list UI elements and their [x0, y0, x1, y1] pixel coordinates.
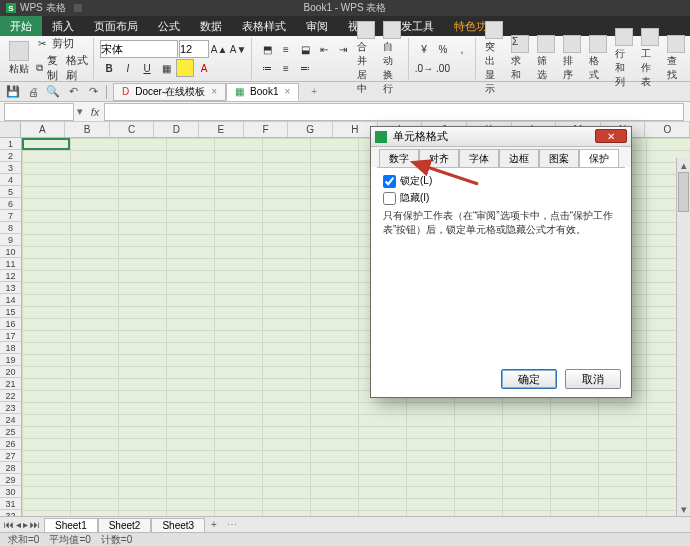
ribbon-tab-formulas[interactable]: 公式 — [148, 16, 190, 36]
row-header[interactable]: 32 — [0, 510, 22, 516]
scroll-thumb[interactable] — [678, 172, 689, 212]
qat-undo-button[interactable]: ↶ — [66, 85, 80, 99]
sheet-nav-prev[interactable]: ◂ — [16, 519, 21, 530]
name-box[interactable] — [4, 103, 74, 121]
font-color-button[interactable]: A — [195, 59, 213, 77]
sort-button[interactable]: 排序 — [560, 35, 584, 82]
dialog-tab-pattern[interactable]: 图案 — [539, 149, 579, 168]
col-header[interactable]: D — [154, 122, 199, 137]
increase-font-button[interactable]: A▲ — [210, 40, 228, 58]
sheet-tab-2[interactable]: Sheet2 — [98, 518, 152, 532]
qat-print-button[interactable]: 🖨 — [26, 85, 40, 99]
add-sheet-button[interactable]: + — [205, 519, 223, 530]
underline-button[interactable]: U — [138, 59, 156, 77]
row-header[interactable]: 5 — [0, 186, 22, 198]
border-button[interactable]: ▦ — [157, 59, 175, 77]
align-right-button[interactable]: ≕ — [296, 59, 314, 77]
row-header[interactable]: 2 — [0, 150, 22, 162]
qat-redo-button[interactable]: ↷ — [86, 85, 100, 99]
doc-tab-docer[interactable]: D Docer-在线模板 × — [113, 83, 226, 101]
row-header[interactable]: 22 — [0, 390, 22, 402]
ribbon-tab-tablestyle[interactable]: 表格样式 — [232, 16, 296, 36]
col-header[interactable]: O — [645, 122, 690, 137]
sheet-tab-3[interactable]: Sheet3 — [151, 518, 205, 532]
row-header[interactable]: 15 — [0, 306, 22, 318]
row-header[interactable]: 28 — [0, 462, 22, 474]
close-tab-icon[interactable]: × — [211, 86, 217, 97]
sum-button[interactable]: Σ求和 — [508, 35, 532, 82]
worksheet-button[interactable]: 工作表 — [638, 28, 662, 89]
decrease-font-button[interactable]: A▼ — [229, 40, 247, 58]
dialog-cancel-button[interactable]: 取消 — [565, 369, 621, 389]
row-header[interactable]: 11 — [0, 258, 22, 270]
decrease-decimal-button[interactable]: .00 — [434, 59, 452, 77]
row-header[interactable]: 27 — [0, 450, 22, 462]
row-header[interactable]: 25 — [0, 426, 22, 438]
rowcol-button[interactable]: 行和列 — [612, 28, 636, 89]
col-header[interactable]: G — [288, 122, 333, 137]
col-header[interactable]: B — [65, 122, 110, 137]
name-box-dropdown[interactable]: ▾ — [74, 105, 86, 118]
row-header[interactable]: 8 — [0, 222, 22, 234]
formula-input[interactable] — [104, 103, 684, 121]
new-doc-tab-button[interactable]: + — [299, 83, 329, 101]
col-header[interactable]: A — [21, 122, 66, 137]
vertical-scrollbar[interactable]: ▴ ▾ — [676, 158, 690, 516]
row-header[interactable]: 30 — [0, 486, 22, 498]
ribbon-tab-insert[interactable]: 插入 — [42, 16, 84, 36]
row-header[interactable]: 14 — [0, 294, 22, 306]
find-button[interactable]: 查找 — [664, 35, 688, 82]
conditional-format-button[interactable]: 突出显示 — [482, 21, 506, 96]
dialog-tab-border[interactable]: 边框 — [499, 149, 539, 168]
sheet-nav-next[interactable]: ▸ — [23, 519, 28, 530]
scroll-up-icon[interactable]: ▴ — [677, 158, 690, 172]
col-header[interactable]: F — [244, 122, 289, 137]
format-button[interactable]: 格式 — [586, 35, 610, 82]
row-header[interactable]: 26 — [0, 438, 22, 450]
ribbon-tab-home[interactable]: 开始 — [0, 16, 42, 36]
align-center-button[interactable]: ≡ — [277, 59, 295, 77]
font-size-select[interactable] — [179, 40, 209, 58]
align-middle-button[interactable]: ≡ — [277, 40, 295, 58]
dialog-ok-button[interactable]: 确定 — [501, 369, 557, 389]
row-header[interactable]: 31 — [0, 498, 22, 510]
row-header[interactable]: 24 — [0, 414, 22, 426]
row-header[interactable]: 12 — [0, 270, 22, 282]
row-header[interactable]: 13 — [0, 282, 22, 294]
row-header[interactable]: 1 — [0, 138, 22, 150]
select-all-corner[interactable] — [0, 122, 21, 138]
suite-menu-dropdown[interactable] — [74, 4, 82, 12]
row-header[interactable]: 9 — [0, 234, 22, 246]
row-header[interactable]: 6 — [0, 198, 22, 210]
increase-decimal-button[interactable]: .0→ — [415, 59, 433, 77]
percent-button[interactable]: % — [434, 40, 452, 58]
align-bottom-button[interactable]: ⬓ — [296, 40, 314, 58]
merge-center-button[interactable]: 合并居中 — [354, 21, 378, 96]
copy-button[interactable]: ⧉ — [33, 59, 46, 77]
dialog-tab-number[interactable]: 数字 — [379, 149, 419, 168]
qat-preview-button[interactable]: 🔍 — [46, 85, 60, 99]
dialog-close-button[interactable]: ✕ — [595, 129, 627, 143]
doc-tab-book1[interactable]: ▦ Book1 × — [226, 83, 299, 101]
row-header[interactable]: 18 — [0, 342, 22, 354]
row-header[interactable]: 7 — [0, 210, 22, 222]
row-header[interactable]: 21 — [0, 378, 22, 390]
locked-checkbox[interactable] — [383, 175, 396, 188]
ribbon-tab-data[interactable]: 数据 — [190, 16, 232, 36]
sheet-nav-last[interactable]: ⏭ — [30, 519, 40, 530]
sheet-tab-1[interactable]: Sheet1 — [44, 518, 98, 532]
row-header[interactable]: 3 — [0, 162, 22, 174]
ribbon-tab-review[interactable]: 审阅 — [296, 16, 338, 36]
row-header[interactable]: 17 — [0, 330, 22, 342]
qat-save-button[interactable]: 💾 — [6, 85, 20, 99]
row-header[interactable]: 20 — [0, 366, 22, 378]
dialog-tab-align[interactable]: 对齐 — [419, 149, 459, 168]
dialog-tab-protect[interactable]: 保护 — [579, 149, 619, 168]
close-tab-icon[interactable]: × — [284, 86, 290, 97]
col-header[interactable]: C — [110, 122, 155, 137]
fx-icon[interactable]: fx — [86, 106, 104, 118]
italic-button[interactable]: I — [119, 59, 137, 77]
ribbon-tab-pagelayout[interactable]: 页面布局 — [84, 16, 148, 36]
hidden-checkbox-row[interactable]: 隐藏(I) — [383, 191, 619, 205]
comma-button[interactable]: , — [453, 40, 471, 58]
